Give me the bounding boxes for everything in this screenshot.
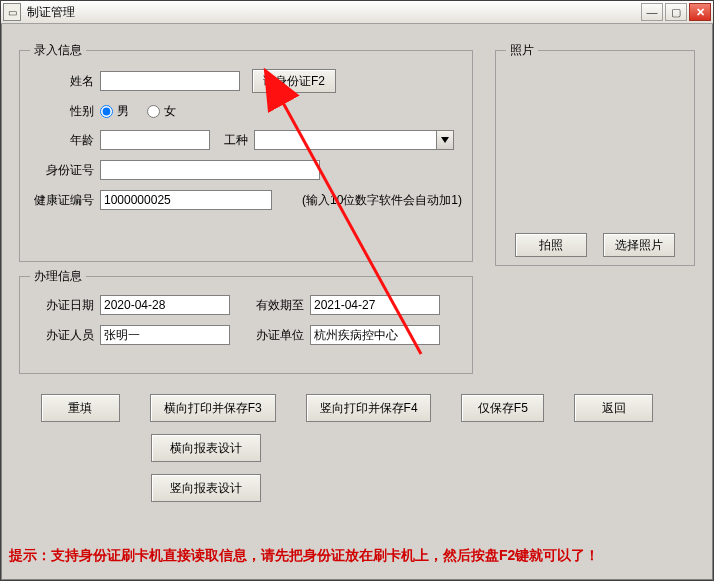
- handle-info-legend: 办理信息: [30, 268, 86, 285]
- operator-input[interactable]: [100, 325, 230, 345]
- choose-photo-button[interactable]: 选择照片: [603, 233, 675, 257]
- input-info-group: 录入信息 姓名 读身份证F2 性别 男 女 年龄: [19, 42, 473, 262]
- svg-marker-0: [441, 137, 449, 143]
- gender-female-input[interactable]: [147, 105, 160, 118]
- gender-male-input[interactable]: [100, 105, 113, 118]
- titlebar: ▭ 制证管理 — ▢ ✕: [1, 1, 713, 24]
- handle-info-group: 办理信息 办证日期 有效期至 办证人员 办证单位: [19, 268, 473, 374]
- chevron-down-icon: [436, 131, 453, 149]
- back-button[interactable]: 返回: [574, 394, 653, 422]
- vprint-button[interactable]: 竖向打印并保存F4: [306, 394, 432, 422]
- saveonly-button[interactable]: 仅保存F5: [461, 394, 544, 422]
- window-title: 制证管理: [27, 4, 639, 21]
- name-label: 姓名: [30, 73, 100, 90]
- issue-date-input[interactable]: [100, 295, 230, 315]
- issue-date-label: 办证日期: [30, 297, 100, 314]
- operator-label: 办证人员: [30, 327, 100, 344]
- age-label: 年龄: [30, 132, 100, 149]
- hint-text: 提示：支持身份证刷卡机直接读取信息，请先把身份证放在刷卡机上，然后按盘F2键就可…: [9, 547, 599, 565]
- age-input[interactable]: [100, 130, 210, 150]
- jobtype-select[interactable]: [254, 130, 454, 150]
- hprint-button[interactable]: 横向打印并保存F3: [150, 394, 276, 422]
- app-window: ▭ 制证管理 — ▢ ✕ 录入信息 姓名 读身份证F2 性别 男: [0, 0, 714, 581]
- reset-button[interactable]: 重填: [41, 394, 120, 422]
- name-input[interactable]: [100, 71, 240, 91]
- input-info-legend: 录入信息: [30, 42, 86, 59]
- healthno-input[interactable]: [100, 190, 272, 210]
- gender-male-radio[interactable]: 男: [100, 103, 129, 120]
- minimize-button[interactable]: —: [641, 3, 663, 21]
- maximize-button[interactable]: ▢: [665, 3, 687, 21]
- gender-male-label: 男: [117, 103, 129, 120]
- button-area: 重填 横向打印并保存F3 竖向打印并保存F4 仅保存F5 返回 横向报表设计 竖…: [41, 394, 683, 502]
- gender-female-label: 女: [164, 103, 176, 120]
- healthno-hint: (输入10位数字软件会自动加1): [302, 192, 462, 209]
- photo-group: 照片 拍照 选择照片: [495, 42, 695, 266]
- issue-unit-input[interactable]: [310, 325, 440, 345]
- read-id-button[interactable]: 读身份证F2: [252, 69, 336, 93]
- client-area: 录入信息 姓名 读身份证F2 性别 男 女 年龄: [1, 24, 713, 581]
- healthno-label: 健康证编号: [30, 192, 100, 209]
- idno-label: 身份证号: [30, 162, 100, 179]
- valid-until-label: 有效期至: [230, 297, 310, 314]
- idno-input[interactable]: [100, 160, 320, 180]
- jobtype-label: 工种: [210, 132, 254, 149]
- valid-until-input[interactable]: [310, 295, 440, 315]
- issue-unit-label: 办证单位: [230, 327, 310, 344]
- take-photo-button[interactable]: 拍照: [515, 233, 587, 257]
- photo-preview: [504, 73, 686, 239]
- vreport-button[interactable]: 竖向报表设计: [151, 474, 261, 502]
- photo-legend: 照片: [506, 42, 538, 59]
- app-icon: ▭: [3, 3, 21, 21]
- gender-label: 性别: [30, 103, 100, 120]
- close-button[interactable]: ✕: [689, 3, 711, 21]
- gender-female-radio[interactable]: 女: [147, 103, 176, 120]
- hreport-button[interactable]: 横向报表设计: [151, 434, 261, 462]
